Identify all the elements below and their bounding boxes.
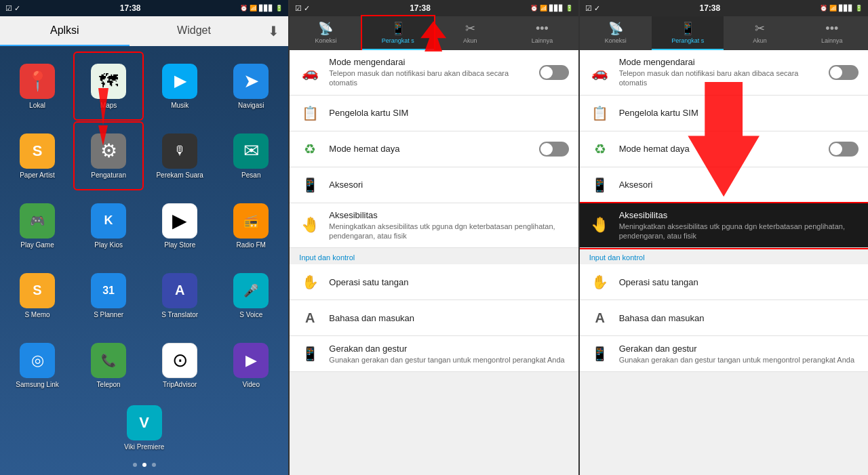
play-kios-icon: K: [91, 203, 126, 239]
item-mode-mengendarai-p3[interactable]: 🚗 Mode mengendarai Telepon masuk dan not…: [580, 50, 868, 96]
tab-lainnya-p3[interactable]: ••• Lainnya: [796, 16, 868, 50]
app-lokal[interactable]: 📍 Lokal: [3, 53, 71, 119]
viki-label: Viki Premiere: [124, 443, 164, 451]
shield-icon: ☑: [5, 4, 12, 13]
koneksi-icon-p3: 📡: [608, 21, 623, 36]
item-gerakan-p3[interactable]: 📱 Gerakan dan gestur Gunakan gerakan dan…: [580, 336, 868, 372]
item-hemat-daya-p3[interactable]: ♻ Mode hemat daya: [580, 131, 868, 167]
dot-2: [142, 463, 146, 467]
item-bahasa-p3[interactable]: A Bahasa dan masukan: [580, 300, 868, 336]
battery-icon: 🔋: [275, 5, 283, 12]
aksesori-icon-p3: 📱: [589, 174, 611, 196]
item-aksesibilitas-p2[interactable]: 🤚 Aksesibilitas Meningkatkan aksesibilit…: [290, 203, 578, 249]
app-navigasi[interactable]: ➤ Navigasi: [217, 53, 285, 119]
app-s-voice[interactable]: 🎤 S Voice: [217, 262, 285, 329]
app-musik[interactable]: ▶ Musik: [146, 53, 214, 119]
app-play-kios[interactable]: K Play Kios: [75, 192, 142, 259]
navigasi-icon: ➤: [233, 64, 269, 99]
tab-koneksi-p2[interactable]: 📡 Koneksi: [290, 16, 361, 50]
hemat-toggle-p3[interactable]: [829, 142, 859, 157]
gerakan-desc-p2: Gunakan gerakan dan gestur tangan untuk …: [329, 355, 568, 365]
dot-1: [133, 463, 137, 467]
item-operasi-p3[interactable]: ✋ Operasi satu tangan: [580, 264, 868, 300]
item-kartu-sim-p3[interactable]: 📋 Pengelola kartu SIM: [580, 96, 868, 131]
lokal-label: Lokal: [29, 102, 45, 109]
settings-content-p3: 🚗 Mode mengendarai Telepon masuk dan not…: [580, 50, 868, 475]
hemat-title-p2: Mode hemat daya: [329, 144, 530, 154]
status-right-p3: ⏰ 📶 ▊▊▊ 🔋: [820, 5, 863, 12]
app-s-translator[interactable]: A S Translator: [146, 262, 214, 329]
tab-aplksi[interactable]: Aplksi: [0, 16, 130, 46]
item-aksesibilitas-p3[interactable]: 🤚 Aksesibilitas Meningkatkan aksesibilit…: [580, 203, 868, 249]
aksesibilitas-text-p2: Aksesibilitas Meningkatkan aksesibilitas…: [329, 210, 568, 241]
s-planner-icon: 31: [91, 273, 126, 308]
tab-koneksi-p3[interactable]: 📡 Koneksi: [580, 16, 652, 50]
app-s-planner[interactable]: 31 S Planner: [75, 262, 142, 329]
check-icon-p3: ✓: [594, 4, 600, 13]
check-icon: ✓: [14, 4, 20, 13]
status-right-p2: ⏰ 📶 ▊▊▊ 🔋: [530, 5, 573, 12]
app-radio-fm[interactable]: 📻 Radio FM: [217, 192, 285, 259]
status-time-p3: 17:38: [699, 3, 720, 13]
item-aksesori-p3[interactable]: 📱 Aksesori: [580, 167, 868, 203]
tab-perangkat-p2[interactable]: 📱 Perangkat s: [362, 16, 434, 50]
item-mode-mengendarai-p2[interactable]: 🚗 Mode mengendarai Telepon masuk dan not…: [290, 50, 578, 96]
operasi-text-p2: Operasi satu tangan: [329, 277, 568, 287]
alarm-icon-p3: ⏰: [820, 5, 827, 12]
tab-lainnya-p2[interactable]: ••• Lainnya: [506, 16, 578, 50]
status-time-p1: 17:38: [120, 3, 141, 13]
app-pengaturan[interactable]: ⚙ Pengaturan: [75, 123, 142, 189]
settings-content-p2: 🚗 Mode mengendarai Telepon masuk dan not…: [290, 50, 578, 475]
aksesori-text-p3: Aksesori: [619, 180, 859, 190]
tab-perangkat-p3[interactable]: 📱 Perangkat s: [652, 16, 724, 50]
item-aksesori-p2[interactable]: 📱 Aksesori: [290, 167, 578, 203]
app-s-memo[interactable]: S S Memo: [3, 262, 71, 329]
app-viki[interactable]: V Viki Premiere: [117, 405, 172, 451]
bahasa-icon-p3: A: [589, 307, 611, 329]
aplksi-label: Aplksi: [50, 24, 79, 37]
mengendarai-icon-p2: 🚗: [299, 62, 321, 83]
s-planner-label: S Planner: [94, 311, 123, 318]
app-samsung-link[interactable]: ◎ Samsung Link: [3, 332, 71, 398]
play-game-label: Play Game: [20, 241, 54, 249]
akun-label-p3: Akun: [753, 37, 767, 44]
app-pesan[interactable]: ✉ Pesan: [217, 123, 285, 189]
pesan-icon: ✉: [233, 133, 269, 169]
mengendarai-toggle-p3[interactable]: [829, 65, 859, 80]
pesan-label: Pesan: [241, 171, 260, 179]
toggle-knob-hemat-p3: [830, 143, 842, 155]
radio-fm-icon: 📻: [233, 203, 269, 239]
download-button[interactable]: ⬇: [258, 16, 288, 46]
item-hemat-daya-p2[interactable]: ♻ Mode hemat daya: [290, 131, 578, 167]
app-play-store[interactable]: ▶ Play Store: [146, 192, 214, 259]
pengaturan-icon: ⚙: [91, 133, 126, 169]
status-bar-p2: ☑ ✓ 17:38 ⏰ 📶 ▊▊▊ 🔋: [290, 0, 578, 16]
aksesibilitas-icon-p2: 🤚: [299, 214, 321, 236]
app-video[interactable]: ▶ Video: [217, 332, 285, 398]
item-gerakan-p2[interactable]: 📱 Gerakan dan gestur Gunakan gerakan dan…: [290, 336, 578, 372]
item-operasi-p2[interactable]: ✋ Operasi satu tangan: [290, 264, 578, 300]
app-paper-artist[interactable]: S Paper Artist: [3, 123, 71, 189]
mengendarai-toggle-p2[interactable]: [539, 65, 569, 80]
tab-akun-p2[interactable]: ✂ Akun: [434, 16, 506, 50]
dot-3: [152, 463, 156, 467]
aksesibilitas-icon-p3: 🤚: [589, 214, 611, 236]
item-kartu-sim-p2[interactable]: 📋 Pengelola kartu SIM: [290, 96, 578, 131]
app-perekam-suara[interactable]: 🎙 Perekam Suara: [146, 123, 214, 189]
s-memo-label: S Memo: [24, 311, 50, 318]
hemat-toggle-p2[interactable]: [539, 142, 569, 157]
item-bahasa-p2[interactable]: A Bahasa dan masukan: [290, 300, 578, 336]
play-kios-label: Play Kios: [94, 241, 123, 249]
app-telepon[interactable]: 📞 Telepon: [75, 332, 142, 398]
tab-widget[interactable]: Widget: [130, 16, 259, 46]
bahasa-text-p3: Bahasa dan masukan: [619, 313, 859, 323]
app-play-game[interactable]: 🎮 Play Game: [3, 192, 71, 259]
perangkat-icon-p2: 📱: [391, 21, 406, 36]
tab-akun-p3[interactable]: ✂ Akun: [724, 16, 795, 50]
app-maps[interactable]: 🗺 Maps: [75, 53, 142, 119]
sim-text-p2: Pengelola kartu SIM: [329, 108, 568, 118]
download-icon: ⬇: [268, 23, 279, 39]
gerakan-desc-p3: Gunakan gerakan dan gestur tangan untuk …: [619, 355, 859, 365]
telepon-label: Telepon: [97, 381, 121, 388]
app-tripadvisor[interactable]: ⊙ TripAdvisor: [146, 332, 214, 398]
